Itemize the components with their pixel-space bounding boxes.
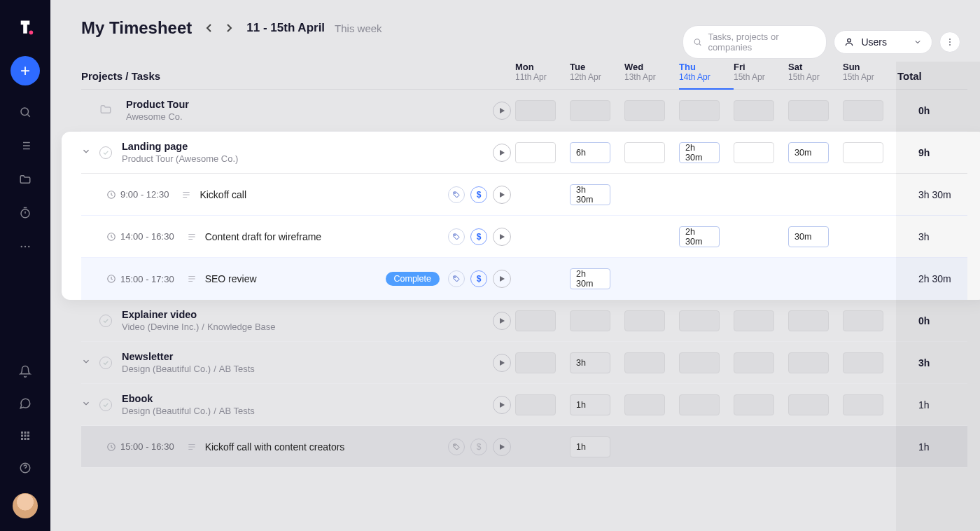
time-cell[interactable] [788,352,829,373]
status-circle[interactable] [99,357,112,369]
play-button[interactable] [493,396,511,414]
chevron-down-icon[interactable] [81,399,95,411]
list-icon [187,232,197,242]
help-icon[interactable] [18,461,32,475]
time-range: 14:00 - 16:30 [106,231,174,242]
chevron-down-icon[interactable] [81,146,95,158]
time-cell[interactable]: 3h [570,352,610,373]
time-range: 9:00 - 12:30 [106,189,169,200]
next-week-button[interactable] [221,20,237,36]
time-cell[interactable] [843,310,883,331]
timer-nav-icon[interactable] [18,206,32,220]
play-button[interactable] [493,438,511,456]
time-cell[interactable] [788,310,829,331]
time-cell[interactable]: 2h 30m [570,268,610,289]
time-cell[interactable] [843,100,883,121]
time-cell[interactable]: 1h [570,436,610,457]
search-input[interactable]: Tasks, projects or companies [682,25,827,59]
time-cell[interactable] [624,142,665,163]
users-select[interactable]: Users [834,30,932,54]
time-cell[interactable] [843,394,883,415]
day-header-fri[interactable]: Fri15th Apr [734,62,788,82]
play-button[interactable] [493,312,511,330]
status-circle[interactable] [99,146,112,159]
day-header-sun[interactable]: Sun15th Apr [843,62,897,82]
tag-button[interactable] [448,270,465,287]
day-header-wed[interactable]: Wed13th Apr [624,62,679,82]
time-cell[interactable]: 2h 30m [679,226,720,247]
list-nav-icon[interactable] [18,139,32,153]
play-button[interactable] [493,270,511,288]
time-cell[interactable] [788,394,829,415]
billable-button[interactable]: $ [470,228,487,245]
folder-nav-icon[interactable] [18,172,32,186]
billable-button[interactable]: $ [470,270,487,287]
day-header-sat[interactable]: Sat15th Apr [788,62,843,82]
day-header-tue[interactable]: Tue12th Apr [570,62,624,82]
tag-button[interactable] [448,186,465,203]
time-cell[interactable]: 30m [788,226,829,247]
time-cell[interactable] [843,142,883,163]
play-button[interactable] [493,144,511,162]
billable-button[interactable]: $ [470,186,487,203]
more-button[interactable] [939,32,960,53]
time-cell[interactable] [624,352,665,373]
day-header-thu[interactable]: Thu14th Apr [679,62,734,90]
time-cell[interactable] [734,142,774,163]
play-button[interactable] [493,354,511,372]
time-cell[interactable] [734,100,774,121]
row-kickoff-call: 9:00 - 12:30 Kickoff call $ 3h 30m 3h 30… [81,174,967,216]
day-header-mon[interactable]: Mon11th Apr [515,62,570,82]
apps-icon[interactable] [18,429,32,443]
time-cell[interactable] [843,352,883,373]
time-cell[interactable] [515,142,556,163]
tag-button[interactable] [448,228,465,245]
play-button[interactable] [493,228,511,246]
time-cell[interactable] [679,310,720,331]
time-cell[interactable]: 1h [570,394,610,415]
chevron-down-icon[interactable] [81,357,95,368]
time-cell[interactable] [734,394,774,415]
prev-week-button[interactable] [202,20,217,36]
time-cell[interactable] [734,352,774,373]
row-total: 1h [918,399,967,411]
row-seo-review: 15:00 - 17:30 SEO review Complete $ 2h 3… [81,258,967,300]
time-cell[interactable] [515,100,556,121]
time-cell[interactable]: 3h 30m [570,184,610,205]
time-cell[interactable] [570,310,610,331]
time-cell[interactable] [679,394,720,415]
chat-icon[interactable] [18,396,32,411]
time-cell[interactable] [515,352,556,373]
billable-button[interactable]: $ [470,439,487,455]
time-cell[interactable]: 30m [788,142,829,163]
svg-rect-13 [24,438,27,440]
svg-point-20 [949,44,951,46]
time-cell[interactable] [624,394,665,415]
tag-button[interactable] [448,439,465,455]
time-cell[interactable] [788,100,829,121]
play-button[interactable] [493,102,511,120]
row-ebook-subtask: 15:00 - 16:30 Kickoff call with content … [81,426,967,468]
row-total: 9h [918,147,967,158]
add-button[interactable]: + [10,56,40,85]
time-cell[interactable] [515,394,556,415]
time-cell[interactable]: 6h [570,142,610,163]
time-cell[interactable] [679,352,720,373]
more-nav-icon[interactable] [18,240,32,254]
status-circle[interactable] [99,399,112,411]
time-cell[interactable] [624,310,665,331]
status-circle[interactable] [99,315,112,327]
time-cell[interactable] [515,310,556,331]
time-cell[interactable]: 2h 30m [679,142,720,163]
time-cell[interactable] [570,100,610,121]
time-cell[interactable] [679,100,720,121]
play-button[interactable] [493,186,511,204]
search-placeholder: Tasks, projects or companies [708,32,816,53]
search-icon [693,37,702,47]
bell-icon[interactable] [18,364,32,378]
search-nav-icon[interactable] [18,105,32,119]
time-cell[interactable] [734,310,774,331]
task-subtitle: Video (Devine Inc.)/Knowledge Base [122,322,276,332]
avatar[interactable] [13,493,38,518]
time-cell[interactable] [624,100,665,121]
